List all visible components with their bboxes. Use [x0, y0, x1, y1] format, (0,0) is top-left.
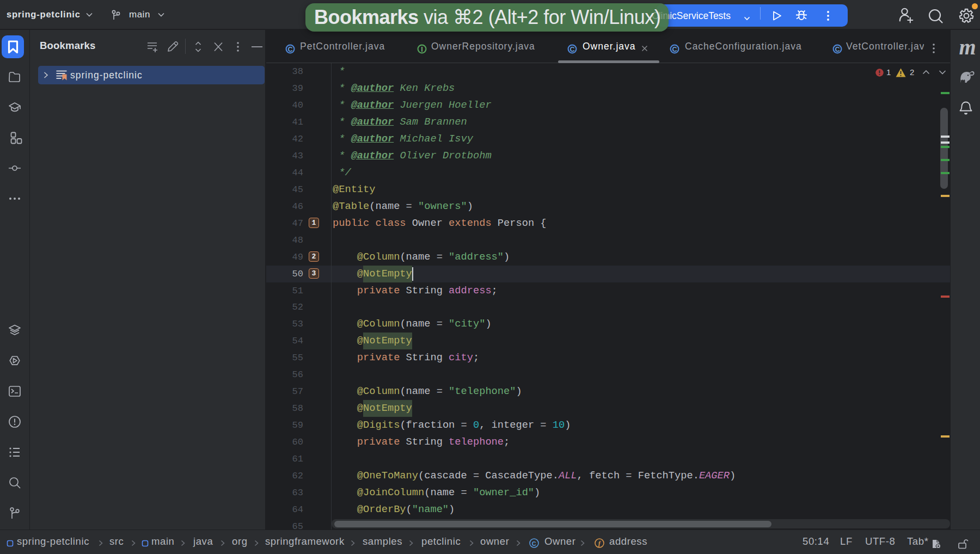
svg-text:C: C: [569, 46, 574, 53]
svg-text:f: f: [598, 540, 601, 547]
svg-text:C: C: [672, 46, 677, 53]
svg-text:C: C: [532, 540, 537, 547]
svg-text:C: C: [287, 46, 292, 53]
svg-text:I: I: [421, 46, 422, 53]
svg-text:C: C: [835, 46, 840, 53]
